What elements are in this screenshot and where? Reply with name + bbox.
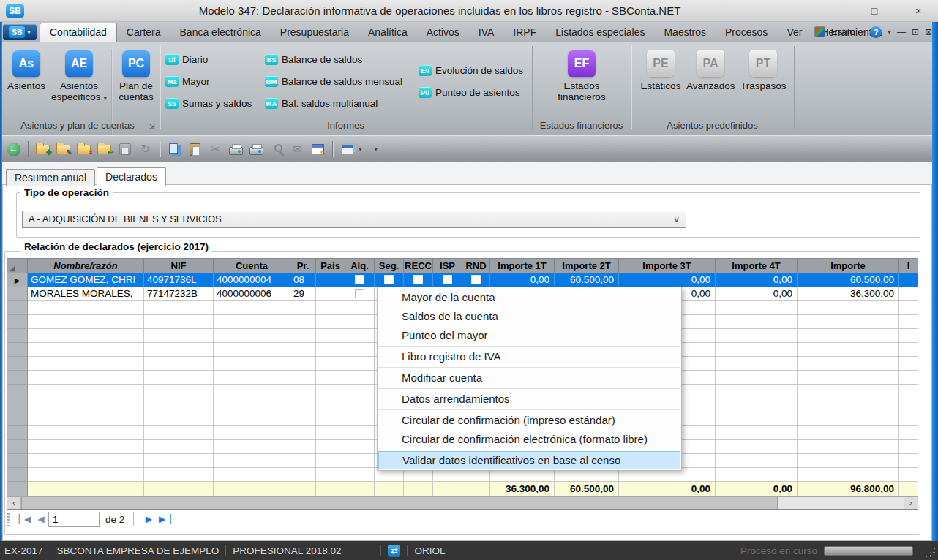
plan-de-cuentas-button[interactable]: PC Plan de cuentas (116, 50, 157, 102)
menu-item-modificar-cuenta[interactable]: Modificar cuenta (378, 368, 681, 387)
ribbon-tab-banca[interactable]: Banca electrónica (170, 23, 271, 42)
ribbon-tab-cartera[interactable]: Cartera (117, 23, 170, 42)
column-header-importe3t[interactable]: Importe 3T (619, 259, 716, 273)
windows-button[interactable] (338, 140, 356, 159)
menu-item-datos-arrendamientos[interactable]: Datos arrendamientos (378, 390, 681, 409)
connection-icon[interactable]: ⇄ (388, 545, 400, 557)
drag-handle[interactable] (7, 512, 10, 526)
resize-grip[interactable] (925, 547, 936, 558)
column-header-importe1t[interactable]: Importe 1T (490, 259, 555, 273)
minimize-button[interactable]: — (824, 5, 837, 17)
checkbox-recc[interactable] (413, 275, 423, 284)
ribbon-tab-ver[interactable]: Ver (777, 23, 811, 42)
column-header-rnd[interactable]: RND (462, 259, 490, 273)
ribbon-tab-maestros[interactable]: Maestros (654, 23, 716, 42)
column-header-isp[interactable]: ISP (433, 259, 462, 273)
column-header-importe2t[interactable]: Importe 2T (555, 259, 619, 273)
help-icon[interactable]: ? (870, 26, 882, 38)
ribbon-minimize-icon[interactable]: — (897, 27, 906, 37)
help-dropdown-icon[interactable]: ▾ (888, 29, 891, 36)
ribbon-tab-analitica[interactable]: Analítica (359, 23, 417, 42)
new-record-button[interactable]: ✚ (34, 140, 52, 159)
print-button[interactable] (227, 140, 245, 159)
ribbon-tab-procesos[interactable]: Procesos (716, 23, 777, 42)
predefinidos-traspasos-button[interactable]: PT Traspasos (740, 50, 786, 91)
checkbox-isp[interactable] (443, 275, 452, 284)
edit-record-button[interactable]: ✎ (54, 140, 72, 159)
mayor-button[interactable]: Ma Mayor (165, 76, 210, 87)
menu-item-circular-electronica[interactable]: Circular de confirmación electrónica (fo… (378, 430, 681, 449)
tipo-operacion-select[interactable]: A - ADQUISICIÓN DE BIENES Y SERVICIOS ∨ (22, 211, 686, 228)
evolucion-saldos-button[interactable]: Ev Evolución de saldos (419, 65, 523, 76)
tab-declarados[interactable]: Declarados (97, 167, 166, 186)
checkbox-rnd[interactable] (471, 275, 481, 284)
ribbon-float-icon[interactable]: ⊡ (912, 27, 919, 37)
title-bar[interactable]: SB Modelo 347: Declaración informativa d… (0, 0, 938, 22)
checkbox-seg[interactable] (384, 275, 394, 284)
copy-button[interactable] (165, 140, 184, 159)
undo-record-button[interactable]: ↩ (95, 140, 113, 159)
style-dropdown-icon[interactable]: ▾ (861, 29, 865, 36)
tab-resumen-anual[interactable]: Resumen anual (6, 169, 95, 186)
next-page-button[interactable]: ▶ (140, 514, 156, 524)
ribbon-tab-iva[interactable]: IVA (469, 23, 504, 42)
asientos-button[interactable]: As Asientos (4, 50, 48, 91)
print-preview-button[interactable] (268, 140, 286, 159)
menu-item-mayor-cuenta[interactable]: Mayor de la cuenta (378, 288, 681, 307)
grid-corner-cell[interactable]: ◢ (7, 259, 28, 273)
balance-saldos-multianual-button[interactable]: MA Bal. saldos multianual (265, 98, 378, 109)
estados-financieros-button[interactable]: EF Estados financieros (555, 50, 609, 102)
save-button[interactable] (116, 140, 134, 159)
column-header-pr[interactable]: Pr. (290, 259, 316, 273)
column-header-cuenta[interactable]: Cuenta (214, 259, 290, 273)
punteo-asientos-button[interactable]: Pu Punteo de asientos (419, 87, 520, 98)
column-header-importe[interactable]: Importe (798, 259, 899, 273)
refresh-button[interactable]: ↻ (136, 140, 154, 159)
close-button[interactable]: × (912, 5, 925, 17)
column-header-nombre[interactable]: Nombre/razón (28, 259, 144, 273)
scroll-right-icon[interactable]: › (904, 497, 918, 509)
ribbon-tab-listados[interactable]: Listados especiales (546, 23, 654, 42)
column-header-pais[interactable]: Pais (316, 259, 345, 273)
previous-page-button[interactable]: ◀ (32, 514, 48, 524)
menu-item-libro-iva[interactable]: Libro registro de IVA (378, 347, 681, 366)
diario-button[interactable]: Di Diario (165, 54, 208, 65)
column-header-seg[interactable]: Seg. (375, 259, 404, 273)
column-header-nif[interactable]: NIF (144, 259, 214, 273)
ribbon-close-icon[interactable]: ⊠ (925, 27, 932, 37)
maximize-button[interactable]: □ (868, 5, 881, 17)
paste-button[interactable] (186, 140, 204, 159)
column-header-partial[interactable]: I (899, 259, 918, 273)
predefinidos-estaticos-button[interactable]: PE Estáticos (639, 50, 682, 91)
predefinidos-avanzados-button[interactable]: PA Avanzados (686, 50, 735, 91)
ribbon-tab-irpf[interactable]: IRPF (503, 23, 546, 42)
checkbox-alq[interactable] (355, 289, 364, 298)
checkbox-alq[interactable] (355, 275, 364, 284)
style-button[interactable]: Estilo (831, 26, 855, 37)
horizontal-scrollbar[interactable]: ‹ › (7, 496, 918, 509)
sumas-y-saldos-button[interactable]: SS Sumas y saldos (165, 98, 252, 109)
scroll-left-icon[interactable]: ‹ (7, 497, 21, 509)
report-designer-button[interactable] (309, 140, 327, 159)
ribbon-tab-presupuestaria[interactable]: Presupuestaria (271, 23, 359, 42)
windows-dropdown-icon[interactable]: ▾ (359, 145, 362, 153)
menu-item-validar-datos[interactable]: Validar datos identificativos en base al… (378, 451, 680, 469)
menu-item-punteo-mayor[interactable]: Punteo del mayor (378, 326, 681, 345)
send-mail-button[interactable]: ✉ (288, 140, 307, 159)
dialog-launcher-icon[interactable]: ⇲ (149, 122, 154, 130)
menu-item-circular-impreso[interactable]: Circular de confirmación (impreso estánd… (378, 411, 681, 430)
last-page-button[interactable]: ▶▕ (156, 514, 172, 524)
menu-item-saldos-cuenta[interactable]: Saldos de la cuenta (378, 307, 681, 326)
scrollbar-thumb[interactable] (21, 497, 778, 509)
column-header-alq[interactable]: Alq. (345, 259, 375, 273)
delete-record-button[interactable]: × (75, 140, 93, 159)
print-setup-button[interactable] (247, 140, 266, 159)
back-button[interactable]: ← (4, 140, 23, 159)
ribbon-tab-activos[interactable]: Activos (417, 23, 469, 42)
toolbar-options-icon[interactable]: ▾ (375, 145, 378, 153)
asientos-especificos-button[interactable]: AE Asientos específicos ▾ (51, 50, 107, 104)
first-page-button[interactable]: ▏◀ (16, 514, 32, 524)
column-header-importe4t[interactable]: Importe 4T (716, 259, 798, 273)
cut-button[interactable]: ✂ (206, 140, 225, 159)
table-row-selected[interactable]: ▶ GOMEZ GOMEZ, CHRI 40971736L 4000000004… (7, 273, 918, 287)
